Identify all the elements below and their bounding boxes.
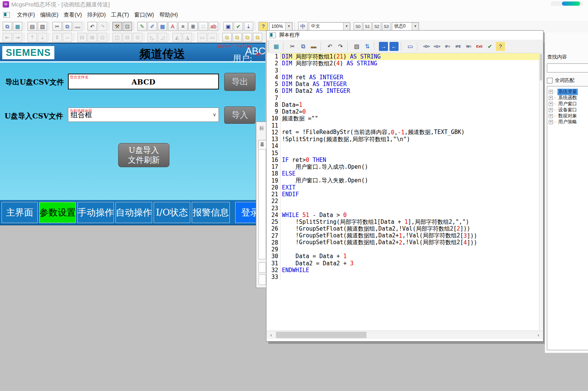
code-line[interactable]: 25 !SplitString(局部字符数组1[Data + 1],局部字符数组… xyxy=(267,219,543,225)
menu-item-f[interactable]: 文件(F) xyxy=(14,10,38,20)
toolbar-grip-handle[interactable] xyxy=(268,41,269,52)
paste-icon[interactable]: ▬ xyxy=(309,42,318,51)
whole-word-checkbox[interactable] xyxy=(547,78,553,83)
redo-icon[interactable]: ↷ xyxy=(336,42,345,51)
tree-item-系统变量[interactable]: +系统变量 xyxy=(547,89,588,95)
menu-item-h[interactable]: 帮助(H) xyxy=(157,10,180,20)
nav-button-I/O状态[interactable]: I/O状态 xyxy=(154,202,190,223)
chevron-down-icon[interactable]: ∨ xyxy=(212,112,216,117)
menu-item-v[interactable]: 查看(V) xyxy=(61,10,85,20)
cut-icon[interactable]: ✂ xyxy=(52,22,62,31)
expand-plus-icon[interactable]: + xyxy=(549,108,553,112)
window-properties-icon[interactable]: ▣ xyxy=(223,22,233,31)
hmi-canvas[interactable]: SIEMENS 频道传送 $Date+" "+$Time ABC 用户: INT… xyxy=(0,43,265,225)
export-filename-field[interactable]: 导出文件名 ABCD xyxy=(68,74,219,89)
code-line[interactable]: 22 xyxy=(267,198,543,205)
chevron-down-icon[interactable]: ▼ xyxy=(412,23,419,30)
print-icon[interactable]: ▤ xyxy=(28,22,37,31)
insert-if-else-icon[interactable]: IFE xyxy=(454,42,463,51)
code-line[interactable]: 8Data=1 xyxy=(267,102,543,108)
code-line[interactable]: 18ELSE xyxy=(267,170,543,177)
import-script-icon[interactable]: ← xyxy=(389,42,399,51)
nav-button-报警信息[interactable]: 报警信息 xyxy=(192,202,230,223)
send-backward-icon[interactable]: ⧉ xyxy=(253,33,262,42)
copy-icon[interactable]: ⧉ xyxy=(299,42,308,51)
standby-indicator-icon[interactable] xyxy=(562,2,580,6)
syntax-check-icon[interactable]: ✔ xyxy=(485,42,494,51)
nav-button-自动操作[interactable]: 自动操作 xyxy=(115,202,152,223)
find-in-script-icon[interactable]: ▧ xyxy=(352,42,361,51)
import-file-combobox[interactable]: 当前选择内容 组合框 ∨ xyxy=(68,108,219,122)
code-line[interactable]: 20EXIT xyxy=(267,184,543,191)
copy-icon[interactable]: ⧉ xyxy=(63,22,72,31)
whole-word-option[interactable]: 全词匹配 xyxy=(547,77,574,84)
import-button[interactable]: 导入 xyxy=(224,106,256,124)
bring-forward-icon[interactable]: ⧉ xyxy=(243,33,252,42)
mdi-child-icon[interactable] xyxy=(3,12,10,18)
code-line[interactable]: 29 xyxy=(267,246,543,253)
code-line[interactable]: 26 !GroupSetFloat(频道数据组,Data2,!Val(局部字符数… xyxy=(267,225,543,232)
code-line[interactable]: 15 xyxy=(267,150,543,157)
help-icon[interactable]: ? xyxy=(496,42,505,51)
tree-item-系统函数[interactable]: +系统函数 xyxy=(547,95,588,101)
insert-while-icon[interactable]: W≡ xyxy=(464,42,473,51)
send-to-back-icon[interactable]: ⧉ xyxy=(232,33,242,42)
insert-exit-icon[interactable]: Exit xyxy=(475,42,484,51)
code-line[interactable]: 31 Data2 = Data2 + 3 xyxy=(267,260,543,267)
script-window-titlebar[interactable]: 脚本程序 xyxy=(266,31,543,40)
tree-item-用户策略[interactable]: +用户策略 xyxy=(547,119,588,125)
save-icon[interactable]: ▦ xyxy=(272,42,281,51)
string-replace-icon[interactable]: ab xyxy=(209,22,218,31)
script-code-area[interactable]: 1DIM 局部字符数组1(21) AS STRING2DIM 局部字符数组2(4… xyxy=(267,53,543,331)
code-line[interactable]: 17 用户窗口.导入成功.Open() xyxy=(267,163,543,170)
font-color-icon[interactable]: A xyxy=(168,22,177,31)
save-icon[interactable]: ▦ xyxy=(13,22,22,31)
code-line[interactable]: 1DIM 局部字符数组1(21) AS STRING xyxy=(267,53,543,60)
state-select[interactable]: 状态0▼ xyxy=(392,22,419,31)
undo-icon[interactable]: ↶ xyxy=(88,22,97,31)
animation-brush-icon[interactable]: ✎ xyxy=(137,22,147,31)
nav-button-主界面[interactable]: 主界面 xyxy=(2,202,38,223)
toolbox-icon[interactable]: ⚒ xyxy=(112,22,122,31)
comment-icon[interactable]: ▭ xyxy=(406,42,415,51)
code-line[interactable]: 9Data2=0 xyxy=(267,108,543,115)
code-line[interactable]: 24WHILE 51 - Data > 0 xyxy=(267,212,543,219)
attribute-brush-icon[interactable]: ✐ xyxy=(148,22,157,31)
code-line[interactable]: 7 xyxy=(267,95,543,102)
cut-icon[interactable]: ✂ xyxy=(288,42,297,51)
code-line[interactable]: 21ENDIF xyxy=(267,191,543,198)
print-preview-icon[interactable]: ▧ xyxy=(38,22,47,31)
new-window-icon[interactable]: ⧉ xyxy=(3,22,12,31)
menu-item-w[interactable]: 窗口(W) xyxy=(132,10,157,20)
horizontal-scrollbar[interactable]: ‹ › xyxy=(267,331,543,339)
code-line[interactable]: 33 xyxy=(267,274,543,280)
nav-button-参数设置[interactable]: 参数设置 xyxy=(39,202,76,223)
h-lines-icon[interactable]: ≡ xyxy=(178,22,188,31)
nav-button-手动操作[interactable]: 手动操作 xyxy=(77,202,114,223)
code-line[interactable]: 6DIM Data2 AS INTEGER xyxy=(267,88,543,94)
tree-item-用户窗口[interactable]: +用户窗口 xyxy=(547,101,588,107)
code-line[interactable]: 14 xyxy=(267,143,543,149)
vertical-scrollbar-thumb[interactable] xyxy=(540,54,542,80)
sort-order-icon[interactable]: ⇣ xyxy=(244,22,253,31)
insert-if-icon[interactable]: IF≡ xyxy=(443,42,452,51)
cell-color-icon[interactable]: ▦ xyxy=(158,22,167,31)
expand-plus-icon[interactable]: + xyxy=(549,90,553,94)
state-button-s1[interactable]: S1 xyxy=(363,22,372,31)
code-line[interactable]: 3 xyxy=(267,67,543,74)
zoom-select[interactable]: 100%▼ xyxy=(269,22,292,31)
usb-refresh-button[interactable]: U盘导入 文件刷新 xyxy=(118,143,169,167)
tree-item-数据对象[interactable]: +数据对象 xyxy=(547,113,588,119)
code-line[interactable]: 13!SplitString(频道数据,局部字符数组1,"\n") xyxy=(267,136,543,143)
code-line[interactable]: 10频道数据 ="" xyxy=(267,115,543,122)
code-line[interactable]: 30 Data = Data + 1 xyxy=(267,253,543,260)
code-line[interactable]: 23 xyxy=(267,205,543,212)
grid-dots-icon[interactable]: ∷ xyxy=(199,22,208,31)
chevron-down-icon[interactable]: ▼ xyxy=(343,23,350,30)
chevron-down-icon[interactable]: ▼ xyxy=(285,23,292,30)
window-toolbox-icon[interactable]: ⊡ xyxy=(123,22,132,31)
code-line[interactable]: 32ENDWHILE xyxy=(267,267,543,274)
menu-item-t[interactable]: 工具(T) xyxy=(108,10,132,20)
code-line[interactable]: 19 用户窗口.导入失败.Open() xyxy=(267,177,543,184)
export-script-icon[interactable]: → xyxy=(379,42,388,51)
